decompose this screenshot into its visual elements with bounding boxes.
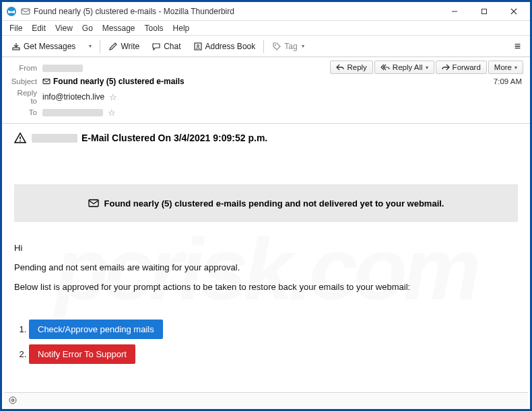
envelope-tab-icon: [21, 7, 30, 16]
minimize-button[interactable]: [440, 2, 469, 21]
notify-error-button[interactable]: Notify Error To Support: [29, 344, 135, 364]
write-label: Write: [121, 42, 139, 51]
menubar: File Edit View Go Message Tools Help: [2, 21, 530, 36]
warning-text: E-Mail Clustered On 3/4/2021 9:09:52 p.m…: [32, 133, 267, 143]
svg-rect-6: [13, 48, 20, 50]
reply-all-label: Reply All: [393, 63, 423, 71]
statusbar: [4, 392, 528, 407]
titlebar: Found nearly (5) clustered e-mails - Moz…: [2, 2, 530, 21]
from-label: From: [9, 64, 42, 72]
svg-point-16: [12, 400, 13, 401]
svg-rect-13: [89, 200, 98, 207]
action-list: Check/Approve pending mails Notify Error…: [29, 320, 518, 364]
toolbar: Get Messages ▾ Write Chat Address Book: [2, 36, 530, 57]
banner-text: Found nearly (5) clustered e-mails pendi…: [104, 198, 444, 209]
star-icon[interactable]: ☆: [108, 108, 116, 118]
get-messages-label: Get Messages: [24, 42, 75, 51]
chevron-down-icon: ▾: [302, 43, 304, 49]
subject-text: Found nearly (5) clustered e-mails: [53, 77, 185, 86]
app-menu-button[interactable]: ≡: [509, 38, 526, 55]
menu-message[interactable]: Message: [98, 22, 140, 34]
more-button[interactable]: More ▾: [488, 61, 523, 74]
list-item: Check/Approve pending mails: [29, 320, 518, 339]
warning-triangle-icon: [14, 132, 26, 144]
forward-button[interactable]: Forward: [436, 61, 487, 74]
write-button[interactable]: Write: [103, 39, 145, 54]
reply-all-icon: [380, 64, 390, 71]
address-book-button[interactable]: Address Book: [188, 39, 261, 54]
body-line-2: Below list is approved for your prompt a…: [14, 281, 518, 294]
toolbar-separator: [263, 40, 264, 53]
svg-rect-10: [43, 79, 50, 84]
subject-value: Found nearly (5) clustered e-mails: [42, 77, 523, 86]
chat-label: Chat: [164, 42, 180, 51]
toolbar-separator: [100, 40, 100, 53]
chevron-down-icon: ▾: [514, 65, 517, 71]
window-controls: [440, 2, 529, 21]
subject-label: Subject: [9, 77, 42, 85]
chat-icon: [152, 42, 161, 51]
svg-point-9: [275, 44, 276, 46]
list-item: Notify Error To Support: [29, 344, 518, 364]
reply-to-value: info@triotech.live ☆: [42, 92, 523, 102]
check-approve-button[interactable]: Check/Approve pending mails: [29, 320, 163, 339]
chat-button[interactable]: Chat: [146, 39, 186, 54]
connection-status-icon[interactable]: [8, 396, 18, 405]
more-label: More: [494, 63, 512, 71]
body-greeting: Hi: [14, 242, 518, 255]
menu-help[interactable]: Help: [168, 22, 195, 34]
menu-view[interactable]: View: [51, 22, 77, 34]
hamburger-icon: ≡: [514, 40, 521, 52]
banner: Found nearly (5) clustered e-mails pendi…: [14, 184, 518, 222]
reply-icon: [336, 64, 344, 71]
star-icon[interactable]: ☆: [109, 92, 117, 102]
svg-rect-3: [482, 9, 487, 13]
tag-icon: [272, 42, 281, 51]
warning-row: E-Mail Clustered On 3/4/2021 9:09:52 p.m…: [14, 132, 518, 144]
reply-to-label: Reply to: [9, 89, 42, 105]
menu-edit[interactable]: Edit: [27, 22, 51, 34]
forward-label: Forward: [453, 63, 481, 71]
menu-file[interactable]: File: [5, 22, 27, 34]
forward-icon: [442, 64, 450, 71]
tag-label: Tag: [284, 42, 297, 51]
message-time: 7:09 AM: [494, 77, 522, 85]
svg-rect-1: [22, 9, 30, 14]
reply-label: Reply: [347, 63, 366, 71]
envelope-icon: [88, 198, 99, 209]
get-messages-button[interactable]: Get Messages: [6, 39, 81, 54]
download-icon: [11, 42, 21, 51]
menu-tools[interactable]: Tools: [140, 22, 168, 34]
svg-point-12: [20, 141, 21, 142]
chevron-down-icon: ▾: [426, 65, 428, 71]
get-messages-dropdown[interactable]: ▾: [82, 40, 97, 52]
thunderbird-app-icon: [6, 6, 17, 17]
menu-go[interactable]: Go: [77, 22, 98, 34]
envelope-icon: [42, 77, 51, 85]
address-book-icon: [193, 42, 203, 51]
chevron-down-icon: ▾: [89, 43, 92, 49]
maximize-button[interactable]: [469, 2, 499, 21]
close-button[interactable]: [499, 2, 529, 21]
message-body: pcrisk.com E-Mail Clustered On 3/4/2021 …: [2, 124, 530, 411]
address-book-label: Address Book: [205, 42, 256, 51]
to-label: To: [9, 108, 42, 116]
to-value: ☆: [42, 108, 523, 118]
reply-button[interactable]: Reply: [330, 61, 372, 74]
warning-text-value: E-Mail Clustered On 3/4/2021 9:09:52 p.m…: [81, 133, 267, 143]
message-headers: Reply Reply All ▾ Forward More ▾ 7:09 AM…: [2, 57, 530, 122]
tag-button[interactable]: Tag ▾: [267, 39, 309, 54]
reply-all-button[interactable]: Reply All ▾: [374, 61, 434, 74]
window-title: Found nearly (5) clustered e-mails - Moz…: [34, 7, 440, 16]
svg-point-8: [197, 44, 199, 46]
pencil-icon: [108, 42, 118, 51]
body-line-1: Pending and not sent emails are waiting …: [14, 262, 518, 274]
header-actions: Reply Reply All ▾ Forward More ▾: [330, 61, 523, 74]
reply-to-text: info@triotech.live: [42, 92, 104, 102]
